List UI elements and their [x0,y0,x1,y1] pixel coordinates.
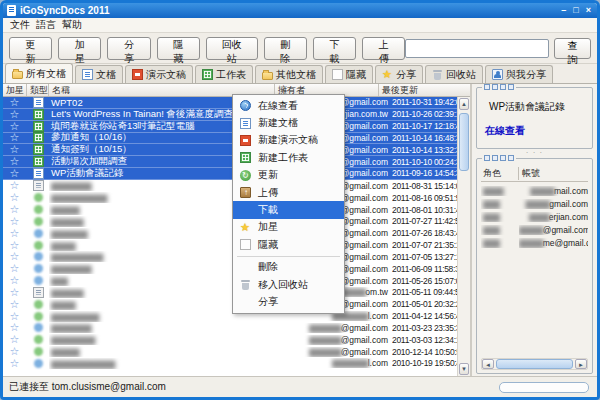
column-header-account[interactable]: 帳號 [519,167,588,180]
context-menu-item[interactable]: 加星 [233,219,344,236]
star-cell[interactable] [3,311,27,322]
star-cell[interactable] [3,132,27,143]
app-window: iGoSyncDocs 2011 – □ × 文件語言幫助 更新加星分享隱藏回收… [0,0,600,400]
context-menu-item[interactable]: 新建文檔 [233,114,344,131]
star-cell[interactable] [3,192,27,203]
trash-icon [240,279,251,290]
context-menu-item[interactable]: 在線查看 [233,97,344,114]
context-menu-item[interactable]: 隱藏 [233,236,344,253]
redacted-text: █████████ [332,360,368,367]
menu-item-label: 加星 [258,220,278,234]
star-cell[interactable] [3,97,27,108]
redacted-text: █████ [529,214,549,221]
account-text: gmail.com [549,199,588,209]
toolbar-button[interactable]: 下載 [313,37,356,60]
star-cell[interactable] [3,358,27,369]
redacted-text: ████████ [309,325,341,332]
scroll-up-arrow-icon[interactable]: ▲ [459,98,469,110]
maximize-button[interactable]: □ [573,6,578,15]
tab[interactable]: 其他文檔 [255,65,323,83]
tab-label: 工作表 [216,68,246,82]
context-menu-item[interactable]: 下載 [233,201,344,218]
tab[interactable]: 文檔 [75,65,123,83]
role-row[interactable]: █████████erjian.com [481,210,588,223]
star-cell[interactable] [3,228,27,239]
star-cell[interactable] [3,299,27,310]
star-cell[interactable] [3,216,27,227]
selected-doc-title: WP活動會議記錄 [485,96,586,114]
star-cell[interactable] [3,144,27,155]
roles-table-body: ███████████mail.com██████████gmail.com██… [481,184,588,249]
context-menu-item[interactable]: 刪除 [233,259,344,276]
context-menu-item[interactable]: 新建演示文稿 [233,132,344,149]
owner-text: @gmail.com [341,299,388,309]
vertical-scrollbar[interactable]: ▲ ▼ [457,97,470,376]
table-row[interactable]: █████████████████████████l.com2010-10-19… [3,358,470,370]
context-menu-item[interactable]: 更新 [233,167,344,184]
table-row[interactable]: ███████████████@gmail.com2010-12-14 10:5… [3,346,470,358]
scroll-down-arrow-icon[interactable]: ▼ [459,363,469,375]
star-cell[interactable] [3,240,27,251]
menu-item-1[interactable]: 文件 [7,18,33,32]
role-row[interactable]: ██████████gmail.com [481,197,588,210]
menu-item-3[interactable]: 幫助 [59,18,85,32]
worksheet-green-icon [33,121,44,132]
minimize-button[interactable]: – [561,6,566,15]
account-cell: █████erjian.com [519,212,588,222]
star-cell[interactable] [3,204,27,215]
star-cell[interactable] [3,168,27,179]
search-input[interactable] [405,39,549,58]
owner-text: l.com [368,311,388,321]
toolbar-button[interactable]: 更新 [9,37,52,60]
column-header-star[interactable]: 加星 [3,84,27,96]
role-row[interactable]: ███████████mail.com [481,184,588,197]
star-cell[interactable] [3,322,27,333]
star-cell[interactable] [3,275,27,286]
tab[interactable]: 分享 [375,65,423,83]
scroll-left-arrow-icon[interactable]: ◄ [482,359,494,369]
role-row[interactable]: ██████████me@gmail.co [481,236,588,249]
context-menu-item[interactable]: 分享 [233,293,344,310]
toolbar-button[interactable]: 分享 [107,37,150,60]
star-cell[interactable] [3,263,27,274]
context-menu-item[interactable]: 新建工作表 [233,149,344,166]
toolbar-button[interactable]: 加星 [58,37,101,60]
star-cell[interactable] [3,121,27,132]
close-button[interactable]: × [586,6,591,15]
tab[interactable]: 演示文稿 [125,65,193,83]
tab[interactable]: 所有文檔 [5,63,73,83]
star-cell[interactable] [3,156,27,167]
toolbar-button[interactable]: 隱藏 [157,37,200,60]
scrollbar-thumb[interactable] [496,359,573,369]
scrollbar-thumb[interactable] [459,113,469,171]
star-cell[interactable] [3,287,27,298]
horizontal-scrollbar[interactable]: ◄ ► [481,358,588,370]
owner-cell: ████████@gmail.com [288,323,392,333]
toolbar-button[interactable]: 回收站 [206,37,258,60]
toolbar-button[interactable]: 刪除 [264,37,307,60]
type-cell [27,334,49,345]
column-header-updated[interactable]: 最後更新 [379,84,470,96]
table-row[interactable]: ██████████████████@gmail.com2011-03-23 2… [3,322,470,334]
context-menu-item[interactable]: 移入回收站 [233,276,344,293]
column-header-type[interactable]: 類型 [27,84,49,96]
tab[interactable]: 回收站 [425,65,483,83]
star-cell[interactable] [3,346,27,357]
scroll-right-arrow-icon[interactable]: ► [575,359,587,369]
search-button[interactable]: 查詢 [554,38,591,59]
star-cell[interactable] [3,180,27,191]
context-menu-item[interactable]: 上傳 [233,184,344,201]
star-cell[interactable] [3,251,27,262]
toolbar-button[interactable]: 上傳 [362,37,405,60]
tab[interactable]: 工作表 [195,65,253,83]
table-row[interactable]: ███████████████████@gmail.com2011-03-03 … [3,334,470,346]
refresh-icon [240,170,251,181]
star-cell[interactable] [3,109,27,120]
role-row[interactable]: ██████████@gmail.com [481,223,588,236]
tab[interactable]: 隱藏 [325,65,373,83]
menu-item-2[interactable]: 語言 [33,18,59,32]
tab[interactable]: 與我分享 [485,65,553,83]
column-header-role[interactable]: 角色 [481,167,519,180]
star-cell[interactable] [3,334,27,345]
view-online-link[interactable]: 在線查看 [485,124,525,138]
